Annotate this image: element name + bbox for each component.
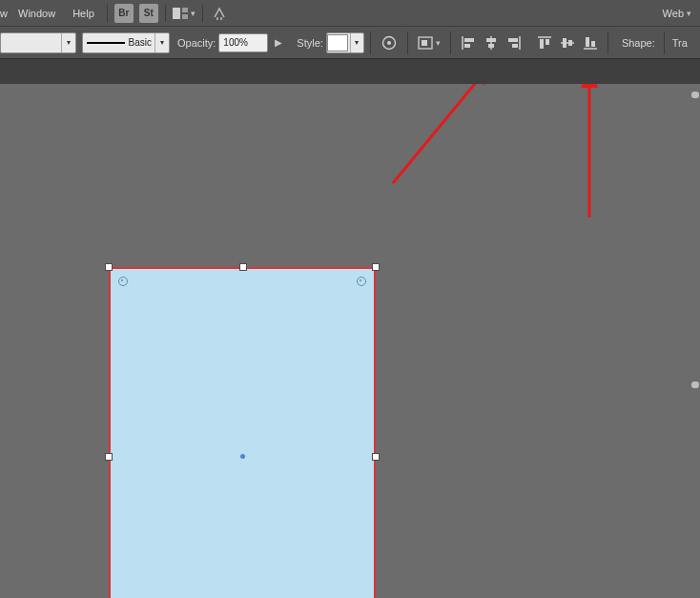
arrange-documents-icon [173, 8, 188, 19]
align-top-icon [537, 35, 552, 51]
chevron-down-icon: ▾ [154, 33, 169, 52]
opacity-label: Opacity: [177, 37, 216, 49]
chevron-down-icon: ▾ [687, 9, 691, 18]
scrollbar-thumb[interactable] [691, 92, 699, 98]
stock-button[interactable]: St [139, 4, 158, 23]
style-combo[interactable]: ▾ [326, 32, 364, 53]
shape-label: Shape: [622, 37, 655, 49]
chevron-down-icon: ▾ [61, 33, 75, 52]
menu-help[interactable]: Help [64, 0, 103, 26]
canvas-area[interactable] [0, 84, 700, 598]
resize-handle-top-left[interactable] [105, 263, 113, 271]
svg-rect-18 [546, 39, 549, 45]
align-vertical-center-button[interactable] [558, 33, 577, 52]
transform-truncated-label[interactable]: Tra [672, 37, 688, 49]
corner-radius-widget-top-right[interactable] [357, 277, 366, 286]
stroke-profile-label: Basic [129, 37, 152, 48]
shape-center-point[interactable] [240, 454, 245, 459]
toolbar-separator [450, 31, 451, 54]
svg-rect-8 [464, 38, 474, 42]
chevron-down-icon: ▾ [191, 9, 196, 18]
toolbar-separator [664, 31, 665, 54]
align-top-button[interactable] [535, 33, 554, 52]
toolbar-separator [407, 31, 408, 54]
svg-rect-2 [182, 14, 188, 19]
stroke-line-preview [87, 42, 125, 44]
align-horizontal-center-button[interactable] [482, 33, 501, 52]
svg-point-4 [387, 41, 391, 45]
style-label: Style: [297, 37, 323, 49]
svg-rect-11 [486, 38, 496, 42]
chevron-down-icon: ▾ [436, 38, 441, 48]
align-left-button[interactable] [459, 33, 478, 52]
resize-handle-right[interactable] [372, 453, 380, 461]
toolbar-separator [607, 31, 608, 54]
scrollbar-thumb[interactable] [691, 381, 699, 388]
workspace-label: Web [663, 8, 684, 19]
menu-separator [165, 5, 166, 22]
menu-separator [202, 5, 203, 22]
svg-rect-0 [173, 8, 180, 19]
stroke-profile-combo[interactable]: Basic ▾ [82, 32, 170, 53]
bridge-button[interactable]: Br [114, 4, 134, 23]
style-swatch [327, 34, 348, 52]
menu-separator [107, 5, 108, 22]
align-vertical-center-icon [560, 35, 575, 51]
chevron-down-icon: ▾ [350, 33, 363, 52]
arrange-documents-button[interactable]: ▾ [173, 5, 196, 22]
align-left-icon [461, 35, 476, 51]
svg-rect-14 [508, 38, 518, 42]
graphic-style-preset[interactable]: ▾ [0, 32, 76, 53]
document-tab-bar[interactable] [0, 59, 700, 87]
rectangle-fill [109, 267, 376, 598]
align-horizontal-center-icon [484, 35, 499, 51]
svg-line-25 [393, 84, 492, 183]
rocket-icon [212, 7, 227, 20]
align-right-icon [506, 35, 522, 51]
svg-rect-12 [488, 44, 494, 48]
toolbar-separator [370, 31, 371, 54]
svg-rect-20 [563, 38, 566, 48]
opacity-field[interactable]: 100% [218, 33, 268, 52]
svg-rect-9 [464, 44, 470, 48]
align-bottom-button[interactable] [581, 33, 600, 52]
svg-rect-15 [512, 44, 518, 48]
menu-truncated: w [0, 8, 10, 19]
svg-rect-6 [422, 40, 427, 46]
align-to-icon [418, 36, 433, 50]
align-right-button[interactable] [504, 33, 524, 52]
resize-handle-left[interactable] [105, 453, 113, 461]
workspace-switcher[interactable]: Web ▾ [654, 0, 700, 26]
svg-rect-17 [540, 39, 544, 49]
align-bottom-icon [583, 35, 598, 51]
selected-rectangle-shape[interactable] [106, 264, 379, 598]
menu-window[interactable]: Window [10, 0, 64, 26]
resize-handle-top-right[interactable] [372, 263, 380, 271]
align-to-button[interactable]: ▾ [417, 33, 442, 52]
gpu-preview-button[interactable] [210, 4, 229, 23]
expand-arrow-icon[interactable]: ▶ [272, 37, 285, 48]
color-wheel-icon [381, 35, 397, 51]
svg-rect-24 [591, 41, 595, 47]
vertical-scrollbar[interactable] [690, 84, 700, 598]
svg-rect-21 [568, 40, 572, 46]
svg-rect-23 [586, 37, 589, 47]
svg-rect-1 [182, 8, 188, 12]
corner-radius-widget-top-left[interactable] [118, 277, 128, 286]
recolor-artwork-button[interactable] [380, 33, 399, 52]
resize-handle-top[interactable] [239, 263, 247, 271]
